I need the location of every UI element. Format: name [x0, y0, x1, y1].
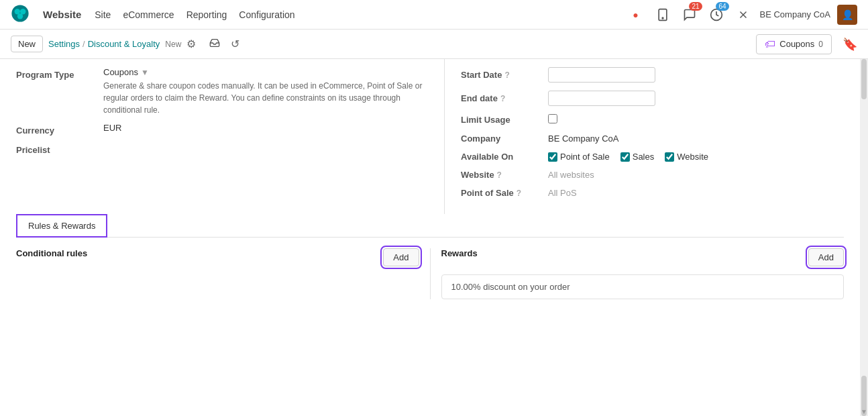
- currency-label: Currency: [16, 123, 103, 136]
- coupon-tag-icon: 🏷: [765, 38, 775, 50]
- tab-rules-rewards[interactable]: Rules & Rewards: [16, 214, 107, 238]
- currency-row: Currency EUR: [16, 123, 428, 136]
- svg-point-3: [17, 13, 23, 19]
- scrollbar[interactable]: ▲ ▼: [860, 59, 868, 416]
- rewards-header: Rewards Add: [441, 248, 845, 266]
- end-date-input[interactable]: [548, 91, 655, 106]
- start-date-label: Start Date ?: [461, 70, 548, 80]
- nav-site[interactable]: Site: [95, 9, 111, 20]
- nav-configuration[interactable]: Configuration: [239, 9, 294, 20]
- nav-links: Site eCommerce Reporting Configuration: [95, 9, 294, 20]
- scroll-down-icon[interactable]: ▼: [860, 408, 868, 416]
- start-date-input[interactable]: [548, 67, 655, 83]
- top-nav: Website Site eCommerce Reporting Configu…: [0, 0, 868, 30]
- end-date-label: End date ?: [461, 93, 548, 103]
- website-row: Website ? All websites: [461, 170, 844, 180]
- pos-value[interactable]: All PoS: [548, 188, 844, 198]
- conditional-rules-header: Conditional rules Add: [16, 248, 419, 266]
- form-area: Program Type Coupons ▼ Generate & share …: [0, 59, 860, 416]
- voip-icon[interactable]: [653, 5, 673, 25]
- rewards-add-button[interactable]: Add: [808, 248, 844, 266]
- conditional-rules-title: Conditional rules: [16, 248, 87, 258]
- end-date-value[interactable]: [548, 91, 844, 106]
- coupons-count: 0: [818, 40, 823, 49]
- avatar[interactable]: 👤: [837, 5, 857, 25]
- coupons-label: Coupons: [779, 39, 814, 49]
- breadcrumb-settings[interactable]: Settings: [48, 39, 80, 49]
- company-row: Company BE Company CoA: [461, 134, 844, 144]
- coupons-button[interactable]: 🏷 Coupons 0: [756, 34, 832, 54]
- program-type-select[interactable]: Coupons ▼: [103, 67, 428, 77]
- point-of-sale-label: Point of Sale ?: [461, 188, 548, 198]
- nav-reporting[interactable]: Reporting: [186, 9, 227, 20]
- reward-item-text: 10.00% discount on your order: [451, 282, 570, 292]
- start-date-value[interactable]: [548, 67, 844, 83]
- breadcrumb-current[interactable]: Discount & Loyalty: [88, 39, 160, 49]
- breadcrumb-separator: /: [83, 39, 85, 49]
- gear-icon[interactable]: ⚙: [184, 36, 199, 52]
- limit-usage-row: Limit Usage: [461, 114, 844, 125]
- website-checkbox[interactable]: [665, 152, 674, 162]
- chat-icon[interactable]: 21: [680, 5, 700, 25]
- nav-ecommerce[interactable]: eCommerce: [123, 9, 174, 20]
- right-panel: Start Date ? End date ?: [444, 59, 860, 214]
- nav-icons: ● 21 64: [626, 5, 858, 25]
- program-type-label: Program Type: [16, 67, 103, 80]
- undo-icon[interactable]: ↺: [228, 36, 242, 52]
- settings-new-label: New: [165, 40, 181, 49]
- breadcrumb: Settings / Discount & Loyalty: [48, 39, 160, 49]
- conditional-rules-section: Conditional rules Add: [16, 248, 430, 299]
- svg-point-1: [15, 9, 20, 14]
- sub-header: New Settings / Discount & Loyalty New ⚙ …: [0, 30, 868, 59]
- svg-point-5: [662, 17, 663, 19]
- limit-usage-label: Limit Usage: [461, 115, 548, 125]
- program-type-text: Coupons: [103, 67, 138, 77]
- save-icon[interactable]: [207, 36, 223, 52]
- activity-icon[interactable]: 64: [706, 5, 726, 25]
- sub-header-settings: New ⚙: [165, 36, 199, 52]
- sales-label: Sales: [633, 152, 655, 162]
- app-name[interactable]: Website: [43, 9, 81, 20]
- conditional-rules-add-button[interactable]: Add: [383, 248, 419, 266]
- pos-checkbox[interactable]: [548, 152, 557, 162]
- website-label: Website: [677, 152, 708, 162]
- close-icon[interactable]: [733, 5, 753, 25]
- website-checkbox-item: Website: [665, 152, 708, 162]
- pricelist-label: Pricelist: [16, 142, 103, 155]
- bookmark-icon[interactable]: 🔖: [843, 37, 857, 52]
- tab-content: Conditional rules Add Rewards Add 10.00%…: [0, 238, 860, 310]
- app-logo[interactable]: [11, 4, 30, 25]
- end-date-row: End date ?: [461, 91, 844, 106]
- tabs-section: Rules & Rewards: [0, 214, 860, 238]
- svg-point-2: [20, 9, 25, 14]
- left-panel: Program Type Coupons ▼ Generate & share …: [0, 59, 444, 214]
- company-value[interactable]: BE Company CoA: [548, 134, 844, 144]
- currency-value[interactable]: EUR: [103, 123, 428, 133]
- scrollbar-thumb[interactable]: [861, 59, 867, 99]
- program-type-desc: Generate & share coupon codes manually. …: [103, 80, 428, 116]
- pricelist-row: Pricelist: [16, 142, 428, 155]
- company-name[interactable]: BE Company CoA: [760, 9, 831, 19]
- website-help-icon: ?: [497, 170, 502, 180]
- company-label: Company: [461, 134, 548, 144]
- available-on-value: Point of Sale Sales Website: [548, 152, 844, 162]
- available-on-row: Available On Point of Sale Sales: [461, 152, 844, 162]
- start-date-help-icon: ?: [504, 70, 509, 80]
- sales-checkbox[interactable]: [620, 152, 630, 162]
- website-label: Website ?: [461, 170, 548, 180]
- pos-help-icon: ?: [517, 189, 521, 198]
- main-content: Program Type Coupons ▼ Generate & share …: [0, 59, 868, 416]
- limit-usage-value[interactable]: [548, 114, 844, 125]
- tab-bar: Rules & Rewards: [16, 214, 844, 238]
- status-dot[interactable]: ●: [626, 5, 646, 25]
- limit-usage-checkbox[interactable]: [548, 114, 557, 123]
- new-button[interactable]: New: [11, 36, 43, 52]
- dropdown-arrow-icon: ▼: [141, 68, 149, 77]
- upper-content: Program Type Coupons ▼ Generate & share …: [0, 59, 860, 214]
- sales-checkbox-item: Sales: [620, 152, 655, 162]
- reward-item: 10.00% discount on your order: [441, 274, 845, 299]
- end-date-help-icon: ?: [500, 94, 505, 103]
- website-value[interactable]: All websites: [548, 170, 844, 180]
- available-on-checkboxes: Point of Sale Sales Website: [548, 152, 844, 162]
- pos-label: Point of Sale: [560, 152, 610, 162]
